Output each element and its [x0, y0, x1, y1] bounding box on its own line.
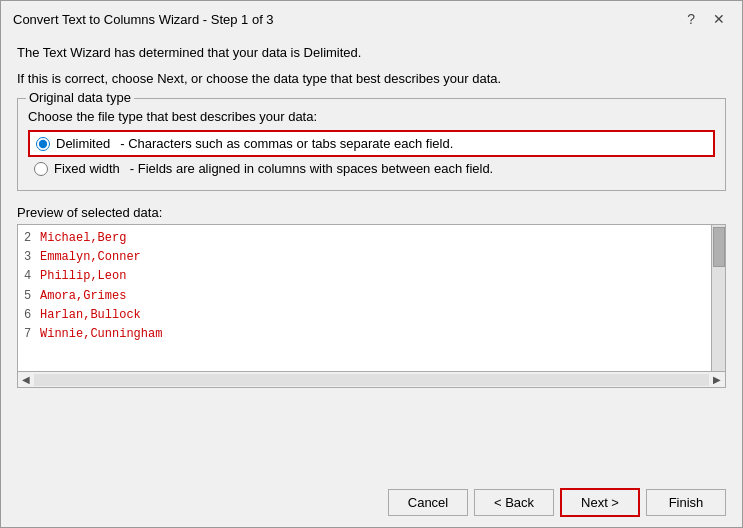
dialog: Convert Text to Columns Wizard - Step 1 …: [0, 0, 743, 528]
footer: Cancel < Back Next > Finish: [1, 478, 742, 527]
dialog-title: Convert Text to Columns Wizard - Step 1 …: [13, 12, 274, 27]
scroll-track: [34, 374, 709, 386]
radio-fixed-width-label: Fixed width: [54, 161, 120, 176]
title-bar: Convert Text to Columns Wizard - Step 1 …: [1, 1, 742, 33]
preview-box: 2Michael,Berg3Emmalyn,Conner4Phillip,Leo…: [17, 224, 726, 372]
preview-row: 7Winnie,Cunningham: [24, 325, 705, 344]
row-data: Harlan,Bullock: [40, 308, 141, 322]
preview-row: 3Emmalyn,Conner: [24, 248, 705, 267]
title-bar-actions: ? ✕: [682, 9, 730, 29]
row-data: Winnie,Cunningham: [40, 327, 162, 341]
radio-fixed-width[interactable]: [34, 162, 48, 176]
scrollbar-thumb: [713, 227, 725, 267]
row-data: Phillip,Leon: [40, 269, 126, 283]
scroll-left-icon[interactable]: ◀: [18, 374, 34, 385]
dialog-content: The Text Wizard has determined that your…: [1, 33, 742, 474]
radio-delimited-label: Delimited: [56, 136, 110, 151]
finish-button[interactable]: Finish: [646, 489, 726, 516]
radio-row-delimited: Delimited - Characters such as commas or…: [28, 130, 715, 157]
row-data: Emmalyn,Conner: [40, 250, 141, 264]
row-number: 7: [24, 325, 38, 344]
row-number: 4: [24, 267, 38, 286]
preview-label: Preview of selected data:: [17, 205, 726, 220]
row-number: 5: [24, 287, 38, 306]
intro-line1: The Text Wizard has determined that your…: [17, 43, 726, 63]
preview-row: 6Harlan,Bullock: [24, 306, 705, 325]
preview-section: Preview of selected data: 2Michael,Berg3…: [17, 205, 726, 388]
preview-row: 5Amora,Grimes: [24, 287, 705, 306]
radio-row-fixed-width: Fixed width - Fields are aligned in colu…: [28, 157, 715, 180]
row-number: 2: [24, 229, 38, 248]
row-number: 3: [24, 248, 38, 267]
data-type-group: Original data type Choose the file type …: [17, 98, 726, 191]
preview-row: 2Michael,Berg: [24, 229, 705, 248]
radio-delimited[interactable]: [36, 137, 50, 151]
radio-delimited-desc: - Characters such as commas or tabs sepa…: [120, 136, 453, 151]
choose-label: Choose the file type that best describes…: [28, 109, 715, 124]
cancel-button[interactable]: Cancel: [388, 489, 468, 516]
intro-line2: If this is correct, choose Next, or choo…: [17, 69, 726, 89]
next-button[interactable]: Next >: [560, 488, 640, 517]
row-number: 6: [24, 306, 38, 325]
horizontal-scrollbar[interactable]: ◀ ▶: [17, 372, 726, 388]
help-button[interactable]: ?: [682, 9, 700, 29]
row-data: Michael,Berg: [40, 231, 126, 245]
row-data: Amora,Grimes: [40, 289, 126, 303]
group-legend: Original data type: [26, 90, 134, 105]
radio-fixed-width-desc: - Fields are aligned in columns with spa…: [130, 161, 493, 176]
preview-row: 4Phillip,Leon: [24, 267, 705, 286]
scroll-right-icon[interactable]: ▶: [709, 374, 725, 385]
preview-scrollbar[interactable]: [711, 225, 725, 371]
preview-content[interactable]: 2Michael,Berg3Emmalyn,Conner4Phillip,Leo…: [18, 225, 711, 371]
back-button[interactable]: < Back: [474, 489, 554, 516]
close-button[interactable]: ✕: [708, 9, 730, 29]
